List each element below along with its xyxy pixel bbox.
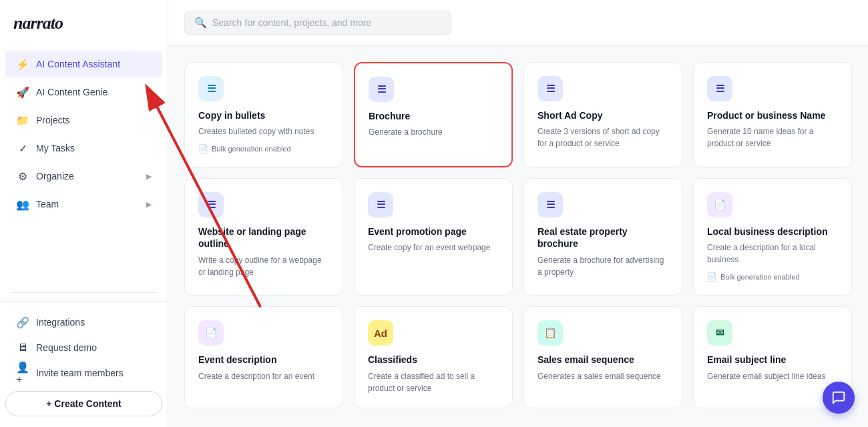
card-copy-in-bullets[interactable]: ☰Copy in bulletsCreates bulleted copy wi… [184, 62, 343, 167]
card-icon-copy-in-bullets: ☰ [198, 76, 224, 101]
card-desc-sales-email-sequence: Generates a sales email sequence [537, 370, 668, 394]
card-title-website-landing-page: Website or landing page outline [198, 226, 329, 250]
sidebar-item-label-organize: Organize [36, 171, 74, 181]
card-desc-brochure: Generate a brochure [369, 126, 498, 153]
ai-content-assistant-icon: ⚡ [16, 57, 29, 71]
card-brochure[interactable]: ☰BrochureGenerate a brochure [354, 62, 513, 167]
card-event-promotion-page[interactable]: ☰Event promotion pageCreate copy for an … [354, 178, 513, 296]
card-icon-classifieds: Ad [368, 320, 393, 346]
request-demo-icon: 🖥 [16, 341, 29, 354]
create-content-button[interactable]: + Create Content [5, 391, 162, 416]
card-icon-event-promotion-page: ☰ [368, 192, 393, 218]
ai-content-genie-icon: 🚀 [16, 85, 29, 99]
card-desc-product-business-name: Generate 10 name ideas for a product or … [707, 125, 838, 153]
main-content: 🔍 ☰Copy in bulletsCreates bulleted copy … [168, 0, 868, 427]
card-short-ad-copy[interactable]: ☰Short Ad CopyCreate 3 versions of short… [523, 62, 682, 167]
bottom-link-label-request-demo: Request demo [36, 342, 97, 353]
sidebar-item-label-team: Team [36, 199, 59, 209]
card-title-email-subject-line: Email subject line [707, 354, 838, 366]
sidebar-item-label-ai-content-assistant: AI Content Assistant [36, 59, 120, 69]
bottom-link-invite-team[interactable]: 👤+Invite team members [5, 360, 162, 386]
sidebar-item-team[interactable]: 👥Team▶ [5, 191, 162, 218]
organize-chevron-icon: ▶ [146, 172, 152, 181]
card-sales-email-sequence[interactable]: 📋Sales email sequenceGenerates a sales e… [523, 306, 682, 408]
search-bar: 🔍 [184, 11, 451, 35]
sidebar-item-ai-content-assistant[interactable]: ⚡AI Content Assistant [5, 51, 162, 77]
nav-divider [11, 292, 157, 293]
bottom-link-label-invite-team: Invite team members [36, 368, 124, 378]
card-icon-email-subject-line: ✉ [707, 320, 732, 346]
sidebar-item-label-ai-content-genie: AI Content Genie [36, 87, 107, 97]
sidebar-item-organize[interactable]: ⚙Organize▶ [5, 163, 162, 189]
card-title-local-business-description: Local business description [707, 226, 838, 238]
sidebar-nav: ⚡AI Content Assistant🚀AI Content Genie📁P… [0, 44, 168, 284]
card-website-landing-page[interactable]: ☰Website or landing page outlineWrite a … [184, 178, 343, 296]
invite-team-icon: 👤+ [16, 366, 29, 380]
app-logo: narrato [0, 0, 168, 44]
card-icon-event-description: 📄 [198, 320, 224, 346]
card-icon-short-ad-copy: ☰ [537, 76, 563, 101]
search-icon: 🔍 [194, 17, 207, 29]
card-desc-event-promotion-page: Create copy for an event webpage [368, 242, 499, 282]
card-title-brochure: Brochure [369, 110, 498, 122]
projects-icon: 📁 [16, 113, 29, 127]
bottom-link-integrations[interactable]: 🔗Integrations [5, 310, 162, 335]
card-desc-local-business-description: Create a description for a local busines… [707, 242, 838, 266]
card-icon-real-estate-brochure: ☰ [537, 192, 563, 218]
my-tasks-icon: ✓ [16, 141, 29, 155]
sidebar-item-projects[interactable]: 📁Projects [5, 107, 162, 133]
sidebar-item-label-projects: Projects [36, 115, 70, 125]
card-icon-brochure: ☰ [369, 77, 394, 102]
card-badge-copy-in-bullets: 📄Bulk generation enabled [198, 144, 329, 153]
card-desc-copy-in-bullets: Creates bulleted copy with notes [198, 125, 329, 137]
card-title-copy-in-bullets: Copy in bullets [198, 109, 329, 121]
sidebar-bottom: 🔗Integrations🖥Request demo👤+Invite team … [0, 301, 168, 427]
card-desc-short-ad-copy: Create 3 versions of short ad copy for a… [537, 125, 668, 153]
team-chevron-icon: ▶ [146, 200, 152, 209]
bottom-link-request-demo[interactable]: 🖥Request demo [5, 335, 162, 360]
card-desc-email-subject-line: Generate email subject line ideas [707, 370, 838, 394]
integrations-icon: 🔗 [16, 316, 29, 329]
card-classifieds[interactable]: AdClassifiedsCreate a classified ad to s… [354, 306, 513, 408]
sidebar-item-label-my-tasks: My Tasks [36, 143, 75, 153]
sidebar: narrato ⚡AI Content Assistant🚀AI Content… [0, 0, 168, 427]
card-desc-event-description: Create a description for an event [198, 370, 329, 394]
card-badge-text-copy-in-bullets: Bulk generation enabled [212, 145, 291, 153]
card-badge-icon-copy-in-bullets: 📄 [198, 144, 208, 153]
bottom-link-label-integrations: Integrations [36, 317, 85, 328]
card-title-product-business-name: Product or business Name [707, 109, 838, 121]
card-icon-sales-email-sequence: 📋 [537, 320, 563, 346]
sidebar-item-ai-content-genie[interactable]: 🚀AI Content Genie [5, 79, 162, 105]
chat-widget-button[interactable] [823, 382, 855, 414]
organize-icon: ⚙ [16, 169, 29, 183]
card-badge-text-local-business-description: Bulk generation enabled [720, 273, 800, 281]
cards-grid: ☰Copy in bulletsCreates bulleted copy wi… [168, 46, 868, 424]
card-real-estate-brochure[interactable]: ☰Real estate property brochureGenerate a… [523, 178, 682, 296]
card-badge-icon-local-business-description: 📄 [707, 272, 717, 282]
sidebar-item-my-tasks[interactable]: ✓My Tasks [5, 135, 162, 161]
card-badge-local-business-description: 📄Bulk generation enabled [707, 272, 838, 282]
card-desc-website-landing-page: Write a copy outline for a webpage or la… [198, 254, 329, 282]
card-desc-real-estate-brochure: Generate a brochure for advertising a pr… [537, 254, 668, 282]
team-icon: 👥 [16, 197, 29, 211]
search-input[interactable] [212, 17, 441, 28]
card-title-sales-email-sequence: Sales email sequence [537, 354, 668, 366]
search-bar-wrap: 🔍 [168, 0, 868, 46]
card-title-event-description: Event description [198, 354, 329, 366]
card-title-event-promotion-page: Event promotion page [368, 226, 499, 238]
card-title-short-ad-copy: Short Ad Copy [537, 109, 668, 121]
card-icon-local-business-description: 📄 [707, 192, 732, 218]
card-event-description[interactable]: 📄Event descriptionCreate a description f… [184, 306, 343, 408]
card-desc-classifieds: Create a classified ad to sell a product… [368, 370, 499, 394]
card-icon-product-business-name: ☰ [707, 76, 732, 101]
card-title-classifieds: Classifieds [368, 354, 499, 366]
card-title-real-estate-brochure: Real estate property brochure [537, 226, 668, 250]
card-product-business-name[interactable]: ☰Product or business NameGenerate 10 nam… [693, 62, 852, 167]
card-icon-website-landing-page: ☰ [198, 192, 224, 218]
card-local-business-description[interactable]: 📄Local business descriptionCreate a desc… [693, 178, 852, 296]
